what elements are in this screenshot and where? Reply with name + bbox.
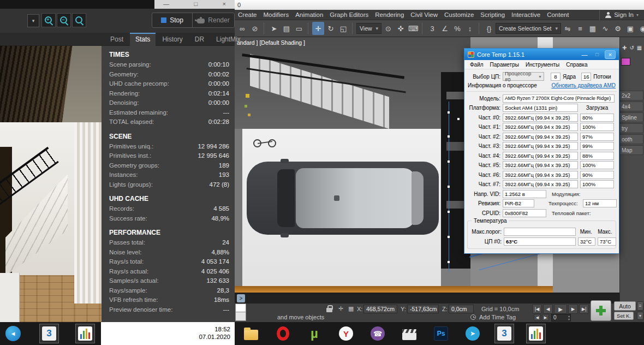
tab-history[interactable]: History — [157, 33, 188, 46]
panel-item[interactable]: Map — [620, 145, 643, 155]
previous-frame-button[interactable]: ◀ — [543, 304, 553, 314]
render-image[interactable] — [0, 46, 102, 322]
y-coordinate-field[interactable]: -517,63cm — [407, 305, 439, 313]
select-object-icon[interactable]: ➤ — [268, 22, 280, 35]
play-button[interactable]: ▶ — [554, 304, 567, 314]
close-button[interactable]: × — [223, 0, 226, 9]
grid-toggle-icon[interactable]: ▦ — [348, 305, 354, 312]
angle-snap-icon[interactable]: ∠ — [439, 22, 451, 35]
select-by-name-icon[interactable]: ▤ — [281, 22, 293, 35]
current-frame-field[interactable]: 0 ▴▾ — [551, 314, 571, 322]
zoom-in-button[interactable]: + — [41, 13, 56, 27]
layer-manager-icon[interactable]: ▦ — [587, 22, 599, 35]
go-to-end-button[interactable]: ▶| — [579, 304, 589, 314]
taskbar-3dsmax[interactable]: 3 — [39, 324, 59, 343]
coretemp-menu-item[interactable]: Справка — [563, 62, 591, 68]
render-production-icon[interactable]: ◉ — [637, 22, 644, 35]
taskbar-yandex-browser[interactable]: Y — [336, 324, 356, 343]
selection-lock-icon[interactable] — [326, 308, 332, 312]
keyboard-override-icon[interactable]: ⌨ — [407, 22, 419, 35]
coretemp-titlebar[interactable]: Core Temp 1.15.1 — □ × — [464, 49, 619, 60]
minimize-button[interactable]: — — [580, 51, 589, 58]
frame-forward-button[interactable]: ▶ — [542, 314, 549, 321]
auto-key-button[interactable]: Auto — [614, 301, 636, 311]
vfb-titlebar[interactable]: — □ × — [0, 0, 235, 9]
zoom-out-button[interactable]: − — [57, 13, 71, 27]
menu-rendering[interactable]: Rendering — [372, 10, 407, 20]
select-and-rotate-icon[interactable]: ↻ — [325, 22, 337, 35]
reference-coordinate-dropdown[interactable]: View▾ — [356, 23, 381, 34]
taskbar-coretemp[interactable] — [75, 324, 95, 343]
frame-back-button[interactable]: ◀ — [534, 314, 541, 321]
grid-icon[interactable]: ▦ — [637, 45, 642, 51]
menu-scripting[interactable]: Scripting — [477, 10, 508, 20]
zoom-reset-button[interactable] — [72, 13, 86, 27]
maximize-button[interactable]: □ — [194, 0, 198, 9]
menu-civil-view[interactable]: Civil View — [407, 10, 441, 20]
taskbar-clock[interactable]: 18:52 07.01.2020 — [101, 322, 235, 345]
minimize-button[interactable]: — — [163, 0, 169, 9]
z-coordinate-field[interactable]: 0,0cm — [449, 305, 474, 313]
select-and-scale-icon[interactable]: ◱ — [337, 22, 349, 35]
align-icon[interactable]: ≡ — [574, 22, 586, 35]
menu-customize[interactable]: Customize — [441, 10, 477, 20]
unlink-selection-icon[interactable]: ⊘ — [249, 22, 261, 35]
key-filters-button[interactable]: ≡ — [637, 301, 643, 311]
snaps-toggle-icon[interactable]: 3 — [426, 22, 438, 35]
taskbar-coretemp-running[interactable] — [526, 324, 546, 343]
curve-editor-icon[interactable]: ∿ — [599, 22, 611, 35]
max-titlebar[interactable]: 0 — [235, 0, 644, 10]
maximize-button[interactable]: □ — [592, 51, 602, 57]
sign-in-button[interactable]: Sign In ▾ — [599, 10, 644, 20]
stop-button[interactable]: Stop — [152, 13, 193, 27]
tab-stats[interactable]: Stats — [130, 33, 156, 46]
menu-graph-editors[interactable]: Graph Editors — [326, 10, 372, 20]
taskbar-opera[interactable] — [273, 324, 293, 343]
panel-item[interactable]: ooth — [620, 134, 643, 144]
key-options-button[interactable]: ▾ — [637, 312, 643, 320]
add-time-tag[interactable]: Add Time Tag — [479, 314, 516, 320]
undo-icon[interactable]: ↺ — [629, 45, 634, 51]
viewport-label[interactable]: andard ] [Default Shading ] — [237, 39, 305, 46]
x-coordinate-field[interactable]: 468,572cm — [363, 305, 397, 313]
percent-snap-icon[interactable]: % — [451, 22, 463, 35]
taskbar-movie-maker[interactable] — [399, 324, 419, 343]
max-threshold-field[interactable] — [504, 228, 576, 236]
panel-item[interactable]: 4x4 — [620, 102, 643, 111]
color-swatch[interactable] — [621, 58, 630, 66]
menu-modifiers[interactable]: Modifiers — [260, 10, 293, 20]
select-and-move-icon[interactable]: ✛ — [312, 22, 324, 35]
edit-named-selection-sets-icon[interactable]: {} — [483, 22, 495, 35]
go-to-start-button[interactable]: |◀ — [532, 304, 542, 314]
set-key-button[interactable]: Set K. — [614, 312, 634, 320]
spinner-snap-icon[interactable]: ↕ — [464, 22, 476, 35]
taskbar-3dsmax-running[interactable]: 3 — [494, 324, 514, 343]
named-selection-set-dropdown[interactable]: Create Selection Set▾ — [496, 23, 561, 34]
taskbar-viber[interactable]: ☎ — [368, 324, 387, 343]
taskbar-app-unknown[interactable]: ◄ — [3, 324, 23, 343]
create-plus-button[interactable] — [591, 300, 611, 321]
tab-lightmix[interactable]: LightMix — [211, 33, 246, 46]
taskbar-file-explorer[interactable] — [241, 324, 261, 343]
selection-region-icon[interactable]: ▭ — [293, 22, 305, 35]
taskbar-photoshop[interactable]: Ps — [431, 324, 451, 343]
taskbar-telegram[interactable]: ➤ — [463, 324, 482, 343]
next-frame-button[interactable]: ▶ — [568, 304, 578, 314]
coretemp-menu-item[interactable]: Параметры — [487, 62, 522, 68]
driver-update-link[interactable]: Обновить драйвера AMD — [552, 82, 616, 88]
tab-dr[interactable]: DR — [189, 33, 210, 46]
panel-item[interactable]: 2x2 — [620, 91, 643, 100]
coretemp-menu-item[interactable]: Файл — [467, 62, 487, 68]
coretemp-menu-item[interactable]: Инструменты — [522, 62, 563, 68]
cpu-select-dropdown[interactable]: Процессор #0▼ — [503, 72, 544, 81]
use-pivot-center-icon[interactable]: ⊙ — [382, 22, 394, 35]
rendered-frame-icon[interactable]: ▣ — [624, 22, 636, 35]
mirror-icon[interactable]: ⇋ — [562, 22, 574, 35]
plus-icon[interactable]: ✚ — [622, 45, 627, 51]
tab-post[interactable]: Post — [105, 33, 129, 46]
menu-animation[interactable]: Animation — [292, 10, 326, 20]
panel-item[interactable]: try — [620, 123, 643, 133]
close-button[interactable]: × — [605, 50, 616, 59]
select-and-manipulate-icon[interactable]: ✜ — [395, 22, 407, 35]
menu-create[interactable]: Create — [235, 10, 260, 20]
